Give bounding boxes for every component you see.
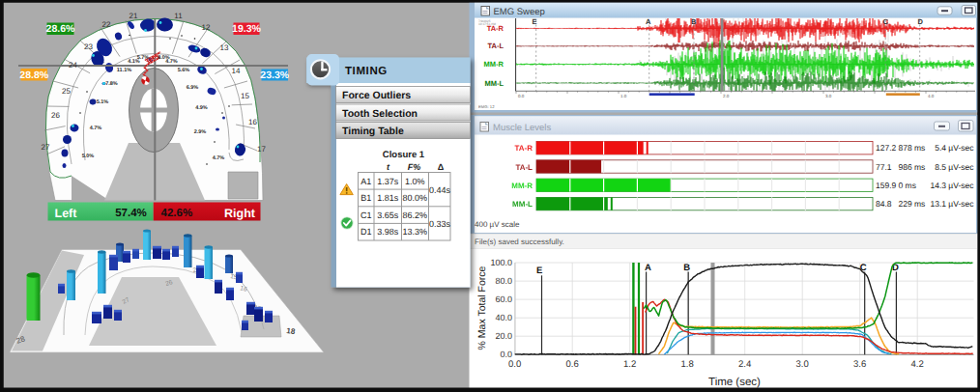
svg-text:B1: B1 (360, 193, 371, 203)
svg-text:TA-L: TA-L (487, 42, 504, 50)
svg-text:D1: D1 (360, 227, 372, 237)
svg-text:17: 17 (257, 145, 266, 154)
svg-text:E: E (536, 266, 542, 276)
svg-text:21: 21 (130, 12, 138, 20)
svg-text:11: 11 (174, 12, 183, 20)
svg-text:MM-L: MM-L (484, 79, 504, 88)
svg-text:7.8%: 7.8% (105, 81, 118, 87)
svg-text:EMG Sweep: EMG Sweep (494, 7, 545, 17)
svg-text:Closure 1: Closure 1 (383, 150, 425, 160)
svg-text:B: B (683, 263, 690, 273)
svg-text:Time (sec): Time (sec) (708, 377, 761, 388)
svg-text:0.44s: 0.44s (429, 185, 451, 195)
svg-text:229 ms: 229 ms (899, 199, 926, 209)
svg-text:6.9%: 6.9% (187, 85, 199, 91)
svg-text:100.0: 100.0 (490, 258, 512, 267)
svg-text:Δ: Δ (438, 162, 445, 172)
svg-text:400 µV scale: 400 µV scale (475, 220, 520, 229)
svg-text:% Max Total Force: % Max Total Force (476, 266, 488, 350)
svg-text:12: 12 (202, 23, 211, 32)
svg-text:986 ms: 986 ms (899, 162, 926, 172)
svg-text:14: 14 (232, 67, 241, 75)
svg-text:8.5 µV-sec: 8.5 µV-sec (935, 162, 974, 172)
svg-text:1.37s: 1.37s (377, 177, 399, 186)
svg-text:TA-R: TA-R (514, 144, 533, 153)
svg-text:Force Outliers: Force Outliers (342, 90, 411, 101)
svg-text:Left: Left (55, 207, 78, 220)
svg-text:A: A (645, 263, 651, 273)
svg-text:23: 23 (84, 42, 93, 51)
svg-text:27: 27 (42, 143, 50, 152)
svg-text:57.4%: 57.4% (115, 208, 147, 219)
svg-text:Muscle Levels: Muscle Levels (493, 123, 551, 133)
svg-text:4.0: 4.0 (928, 94, 935, 98)
svg-text:2.0: 2.0 (723, 94, 730, 98)
svg-text:C: C (860, 263, 867, 273)
svg-text:4.7%: 4.7% (165, 59, 178, 65)
svg-text:F%: F% (408, 162, 421, 172)
svg-text:13: 13 (220, 43, 229, 52)
svg-text:1.0: 1.0 (620, 94, 627, 98)
svg-text:TA-L: TA-L (515, 163, 533, 172)
svg-text:3.98s: 3.98s (377, 227, 399, 237)
svg-text:0.0: 0.0 (508, 359, 521, 370)
svg-text:3.0: 3.0 (825, 94, 832, 98)
svg-text:5.0%: 5.0% (82, 154, 95, 159)
svg-text:13.3%: 13.3% (403, 227, 428, 237)
svg-text:Tooth Selection: Tooth Selection (342, 108, 418, 120)
svg-text:C1: C1 (360, 210, 372, 220)
svg-text:C: C (883, 17, 889, 26)
svg-text:2.4: 2.4 (738, 359, 751, 370)
svg-text:4.7%: 4.7% (90, 126, 102, 131)
svg-text:A1: A1 (360, 177, 371, 186)
svg-text:60.0: 60.0 (495, 294, 512, 304)
svg-text:4.9%: 4.9% (195, 105, 208, 111)
svg-text:5.4 µV-sec: 5.4 µV-sec (935, 143, 974, 153)
svg-text:127.2: 127.2 (876, 143, 897, 153)
svg-text:0.6: 0.6 (566, 359, 579, 370)
svg-text:1.2: 1.2 (623, 359, 636, 370)
svg-text:15: 15 (241, 92, 249, 100)
svg-text:25: 25 (62, 87, 71, 96)
svg-text:80.0%: 80.0% (403, 193, 428, 203)
svg-text:22: 22 (102, 20, 111, 29)
svg-text:18: 18 (286, 326, 297, 336)
svg-text:D: D (918, 17, 924, 26)
svg-text:13.1 µV-sec: 13.1 µV-sec (930, 199, 974, 209)
svg-text:5.1%: 5.1% (97, 99, 109, 105)
svg-text:1.0%: 1.0% (405, 177, 425, 186)
svg-text:E: E (533, 17, 537, 26)
svg-text:42.6%: 42.6% (161, 208, 193, 219)
svg-text:86.2%: 86.2% (403, 210, 428, 220)
svg-text:14.3 µV-sec: 14.3 µV-sec (930, 181, 974, 190)
svg-text:MM-L: MM-L (512, 200, 533, 209)
svg-text:MM-R: MM-R (484, 60, 504, 69)
svg-text:1.81s: 1.81s (377, 193, 399, 203)
svg-text:0 ms: 0 ms (899, 181, 916, 190)
svg-text:16: 16 (248, 118, 257, 126)
svg-text:23.3%: 23.3% (260, 70, 289, 81)
svg-text:Timing Table: Timing Table (342, 126, 404, 137)
svg-text:B: B (691, 17, 697, 26)
svg-text:EMG: 12: EMG: 12 (478, 104, 495, 109)
svg-text:Right: Right (224, 207, 256, 220)
svg-text:84.8: 84.8 (876, 199, 892, 209)
svg-text:4.1%: 4.1% (128, 59, 140, 65)
svg-text:0.0: 0.0 (518, 94, 525, 98)
svg-text:TIMING: TIMING (345, 66, 388, 77)
svg-text:77.1: 77.1 (876, 162, 892, 172)
svg-text:26: 26 (51, 111, 60, 120)
svg-text:28.8%: 28.8% (19, 70, 48, 81)
svg-text:40.0: 40.0 (495, 313, 512, 322)
svg-text:TA-R: TA-R (487, 24, 504, 33)
svg-text:19.3%: 19.3% (232, 23, 261, 35)
svg-text:80.0: 80.0 (495, 276, 512, 286)
svg-text:3.65s: 3.65s (377, 210, 399, 220)
svg-text:4.2: 4.2 (911, 359, 924, 370)
svg-text:159.9: 159.9 (876, 181, 897, 190)
svg-text:1.8: 1.8 (681, 359, 694, 370)
svg-text:MM-R: MM-R (511, 182, 533, 190)
svg-text:24: 24 (69, 61, 77, 70)
svg-text:20.0: 20.0 (495, 331, 512, 341)
svg-text:28.6%: 28.6% (46, 23, 75, 35)
